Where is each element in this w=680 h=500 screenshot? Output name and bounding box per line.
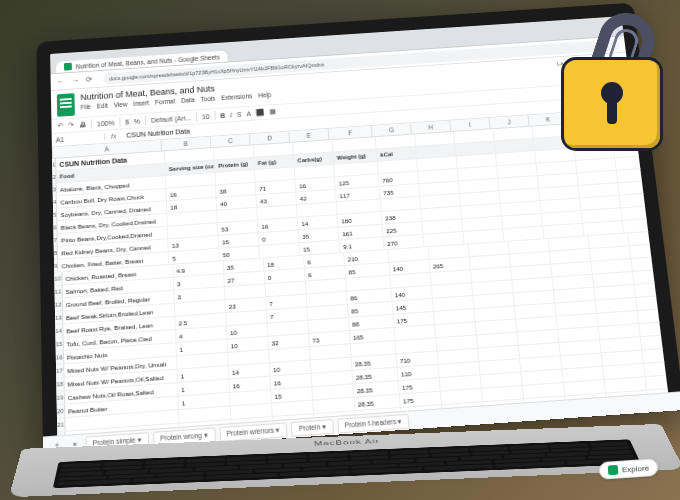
back-icon[interactable]: ← <box>56 77 64 86</box>
explore-button[interactable]: Explore <box>598 458 658 480</box>
cell[interactable] <box>636 295 670 310</box>
row-header[interactable]: 21 <box>57 418 65 431</box>
menu-view[interactable]: View <box>114 101 128 108</box>
undo-icon[interactable]: ↶ <box>57 122 63 130</box>
cell[interactable] <box>633 269 670 284</box>
row-header[interactable]: 20 <box>57 405 65 418</box>
sheets-favicon-icon <box>64 63 72 71</box>
cell[interactable] <box>658 178 670 192</box>
fx-icon: fx <box>105 132 122 140</box>
menu-format[interactable]: Format <box>155 98 175 106</box>
sheet-tab[interactable]: Protein f-headers ▾ <box>337 413 410 433</box>
fill-color-icon[interactable]: ⬛ <box>256 109 265 117</box>
strike-icon[interactable]: S <box>237 111 242 118</box>
cell[interactable] <box>628 231 669 246</box>
cell[interactable] <box>616 156 657 170</box>
bold-icon[interactable]: B <box>220 112 225 119</box>
row-header[interactable]: 13 <box>55 311 63 324</box>
italic-icon[interactable]: I <box>230 111 232 118</box>
cell[interactable] <box>639 321 670 336</box>
forward-icon[interactable]: → <box>71 76 79 85</box>
row-header[interactable]: 11 <box>55 285 63 298</box>
menu-tools[interactable]: Tools <box>200 95 215 103</box>
keyboard <box>53 439 641 488</box>
cell[interactable] <box>622 206 663 220</box>
menu-edit[interactable]: Edit <box>97 102 108 109</box>
cell[interactable] <box>663 215 670 229</box>
row-header[interactable]: 14 <box>55 325 63 338</box>
redo-icon[interactable]: ↷ <box>68 121 74 129</box>
menu-file[interactable]: File <box>81 103 91 110</box>
spreadsheet-grid[interactable]: ABCDEFGHIJKLMN1CSUN Nutrition Data2FoodS… <box>52 108 670 448</box>
zoom-select[interactable]: 100% <box>97 119 115 127</box>
cell[interactable] <box>619 180 660 194</box>
explore-icon <box>608 465 619 475</box>
font-select[interactable]: Default (Ari... <box>151 114 191 123</box>
sheet-tab[interactable]: Protein ▾ <box>291 419 334 437</box>
row-header[interactable]: 19 <box>57 391 65 404</box>
cell[interactable] <box>637 308 669 323</box>
cell[interactable] <box>642 348 670 363</box>
print-icon[interactable]: 🖶 <box>79 121 86 128</box>
row-header[interactable]: 12 <box>55 298 63 311</box>
cell[interactable] <box>644 361 670 376</box>
cell[interactable] <box>630 243 670 258</box>
cell[interactable] <box>620 193 661 207</box>
cell[interactable] <box>617 168 658 182</box>
cell[interactable] <box>623 218 664 232</box>
row-header[interactable]: 16 <box>56 351 64 364</box>
cell[interactable] <box>645 374 669 389</box>
cell[interactable] <box>668 228 670 243</box>
menu-data[interactable]: Data <box>181 96 195 103</box>
cell[interactable] <box>640 334 669 349</box>
row-header[interactable]: 15 <box>56 338 64 351</box>
menu-help[interactable]: Help <box>258 91 271 98</box>
nav-icons: ← → ⟳ <box>56 75 97 86</box>
cell[interactable] <box>631 256 670 271</box>
cell[interactable] <box>661 203 669 217</box>
row-header[interactable]: 18 <box>56 378 64 391</box>
unlocked-padlock-icon <box>558 6 668 156</box>
menu-extensions[interactable]: Extensions <box>221 93 252 102</box>
reload-icon[interactable]: ⟳ <box>86 75 93 84</box>
laptop-model-label: MacBook Air <box>314 438 380 447</box>
cell[interactable] <box>660 190 670 204</box>
row-header[interactable]: 17 <box>56 364 64 377</box>
borders-icon[interactable]: ▦ <box>269 108 276 116</box>
sheets-logo-icon[interactable] <box>57 93 75 117</box>
row-header[interactable]: 10 <box>54 272 62 284</box>
cell[interactable] <box>656 165 669 179</box>
text-color-icon[interactable]: A <box>246 110 251 117</box>
font-size[interactable]: 10 <box>202 113 210 120</box>
menu-insert[interactable]: Insert <box>133 99 149 107</box>
cell[interactable] <box>634 282 669 297</box>
name-box[interactable]: A1 <box>52 133 105 143</box>
